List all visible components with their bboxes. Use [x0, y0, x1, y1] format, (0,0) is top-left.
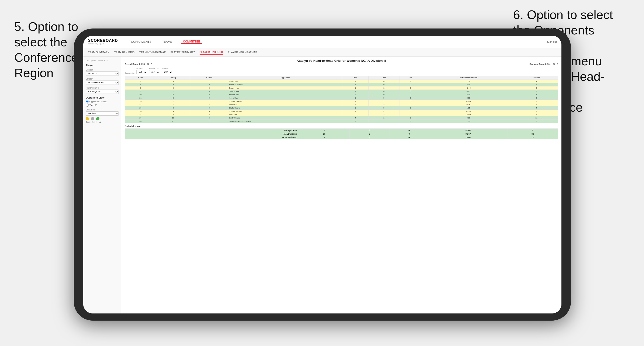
radio-top100[interactable]: Top 100: [86, 104, 119, 107]
table-row: 19 10 6 Emily Chang 4 1 0 0.30 11: [125, 116, 558, 120]
table-row: 13 1 1 Jessica Huang 1 1 0 -3.00 2: [125, 100, 558, 103]
tablet-frame: SCOREBOARD Powered by clippd TOURNAMENTS…: [74, 28, 571, 321]
subnav-team-h2h-heatmap[interactable]: TEAM H2H HEATMAP: [140, 50, 166, 55]
subnav-player-h2h-grid[interactable]: PLAYER H2H GRID: [200, 50, 223, 55]
last-updated-label: Last Updated: 27/03/2024: [86, 59, 119, 61]
circle-up: [96, 117, 100, 120]
opponent-view-label: Opponent view: [86, 96, 119, 99]
logo-sub: Powered by clippd: [88, 43, 118, 45]
sign-out[interactable]: | Sign out: [546, 40, 557, 43]
table-row: 15 8 5 Stella Cheng 1 0 0 1.25 4: [125, 106, 558, 110]
circles-row: [86, 117, 119, 120]
circle-level: [91, 117, 94, 120]
gender-select[interactable]: Women's: [86, 71, 119, 76]
list-item: Foreign Team 1 0 0 4.500 2: [125, 129, 558, 132]
th-diff: Diff Av Strokes/Rnd: [422, 76, 515, 80]
player-rank-select[interactable]: 8. Katelyn Vo: [86, 90, 119, 94]
main-table: # Div # Reg # Conf Opponent Win Loss Tie…: [125, 76, 558, 123]
circles-labels: Down Level Up: [86, 121, 119, 123]
out-division-table: Foreign Team 1 0 0 4.500 2 NAIA Division…: [125, 129, 558, 139]
table-row: 10 6 3 Andrea York 2 0 0 4.00 4: [125, 93, 558, 96]
opponent-filter-group: Opponent (All): [162, 67, 173, 74]
logo-text: SCOREBOARD: [88, 38, 118, 43]
conference-filter-group: Conference (All): [149, 67, 160, 74]
th-conf: # Conf: [190, 76, 228, 80]
records-row: Overall Record: 353 - 34 - 6 Division Re…: [125, 63, 558, 65]
region-label: Region: [136, 67, 147, 69]
main-content: Last Updated: 27/03/2024 Player Gender W…: [83, 56, 562, 314]
sidebar: Last Updated: 27/03/2024 Player Gender W…: [83, 56, 121, 314]
table-row: 16 3 3 Jessica Mason 1 2 0 -0.94 7: [125, 110, 558, 113]
table-row: 18 2 2 Euna Lee 0 2 0 -5.00 2: [125, 113, 558, 116]
region-filter-group: Region (All): [136, 67, 147, 74]
nav-committee[interactable]: COMMITTEE: [181, 40, 202, 44]
opponents-label: Opponents:: [125, 72, 134, 74]
table-row: 20 11 7 Federica Domecq Lacroze 2 1 0 1.…: [125, 120, 558, 123]
division-label: Division: [86, 78, 119, 80]
subnav-player-summary[interactable]: PLAYER SUMMARY: [170, 50, 195, 55]
division-select[interactable]: NCAA Division III: [86, 80, 119, 85]
logo-area: SCOREBOARD Powered by clippd: [88, 38, 118, 45]
nav-teams[interactable]: TEAMS: [160, 40, 174, 43]
opponents-label-group: Opponents:: [125, 72, 134, 74]
circle-down: [86, 117, 89, 120]
nav-tournaments[interactable]: TOURNAMENTS: [128, 40, 153, 43]
table-row: 9 1 4 Sharon Mun 1 0 0 3.67 3: [125, 90, 558, 93]
gender-label: Gender: [86, 69, 119, 71]
list-item: NCAA Division 2 5 0 0 7.400 10: [125, 136, 558, 139]
th-tie: Tie: [399, 76, 422, 80]
player-section-title: Player: [86, 64, 119, 67]
subnav-team-summary[interactable]: TEAM SUMMARY: [88, 50, 110, 55]
th-reg: # Reg: [156, 76, 190, 80]
filter-row: Opponents: Region (All) Conference (All): [125, 67, 558, 74]
table-row: 3 3 1 Esther Lee 1 0 1 1.50 4: [125, 80, 558, 83]
sub-nav: TEAM SUMMARY TEAM H2H GRID TEAM H2H HEAT…: [83, 48, 562, 56]
app-header: SCOREBOARD Powered by clippd TOURNAMENTS…: [83, 36, 562, 48]
table-row: 14 7 4 Eunice Yi 2 2 0 0.38 9: [125, 103, 558, 106]
subnav-team-h2h-grid[interactable]: TEAM H2H GRID: [114, 50, 135, 55]
table-row: 11 2 5 Heejo Hyun 1 0 0 3.33 3: [125, 96, 558, 100]
region-filter-select[interactable]: (All): [136, 70, 147, 74]
table-row: 5 2 2 Alexis Sudjianto 1 0 0 4.00 3: [125, 83, 558, 86]
opponent-label: Opponent: [162, 67, 173, 69]
opponent-filter-select[interactable]: (All): [162, 70, 173, 74]
subnav-player-h2h-heatmap[interactable]: PLAYER H2H HEATMAP: [228, 50, 257, 55]
conference-filter-select[interactable]: (All): [149, 70, 160, 74]
tablet-screen: SCOREBOARD Powered by clippd TOURNAMENTS…: [83, 36, 562, 314]
table-row: 6 3 3 Sydney Kuo 1 1 0 -1.00 3: [125, 86, 558, 90]
th-loss: Loss: [368, 76, 399, 80]
colour-by-select[interactable]: Win/loss: [86, 111, 119, 116]
conference-label: Conference: [149, 67, 160, 69]
data-area: Katelyn Vo Head-to-Head Grid for Women's…: [121, 56, 562, 314]
colour-by-label: Colour by: [86, 109, 119, 111]
player-rank-label: Player (Rank): [86, 87, 119, 89]
out-division-title: Out of division: [125, 125, 558, 128]
radio-opponents-played[interactable]: Opponents Played: [86, 100, 119, 103]
th-rounds: Rounds: [515, 76, 558, 80]
th-win: Win: [342, 76, 368, 80]
list-item: NAIA Division 1 15 0 0 9.267 30: [125, 132, 558, 136]
page-title: Katelyn Vo Head-to-Head Grid for Women's…: [125, 59, 558, 62]
th-div: # Div: [125, 76, 156, 80]
th-opponent: Opponent: [228, 76, 342, 80]
